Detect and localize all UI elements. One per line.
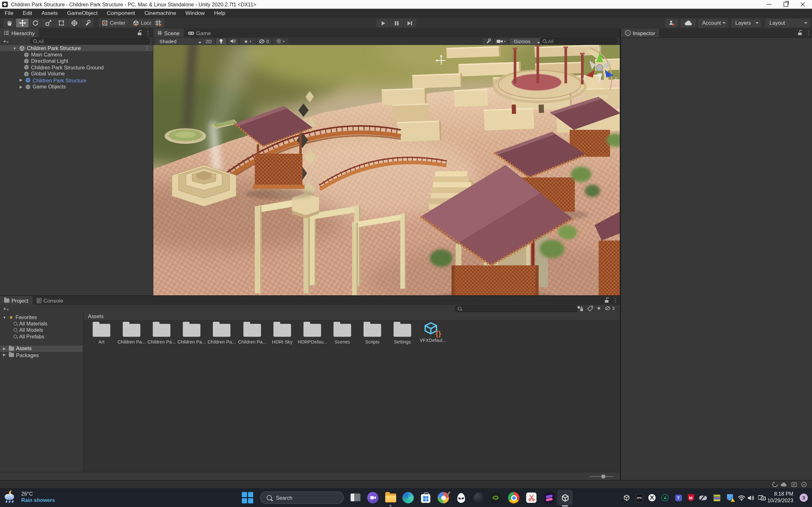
collab-services-icon[interactable] bbox=[665, 19, 678, 27]
hierarchy-item-global-volume[interactable]: Global Volume bbox=[0, 71, 153, 77]
menu-window[interactable]: Window bbox=[181, 9, 209, 18]
paint-icon[interactable] bbox=[437, 492, 450, 504]
project-hidden-toggle[interactable]: 3 bbox=[605, 306, 615, 311]
wifi-tray-icon[interactable] bbox=[738, 494, 746, 502]
xbox-tray-icon[interactable] bbox=[648, 494, 656, 502]
video-chat-icon[interactable] bbox=[367, 492, 379, 504]
lock-icon[interactable] bbox=[798, 30, 802, 36]
colorful-grid-tray-icon[interactable] bbox=[713, 494, 721, 502]
favorites-root[interactable]: ▼ ★ Favorites bbox=[0, 314, 83, 320]
tab-project[interactable]: Project bbox=[0, 296, 32, 305]
hierarchy-search-input[interactable]: All bbox=[30, 38, 150, 44]
search-by-label-icon[interactable] bbox=[587, 306, 593, 312]
asset-vfx-default[interactable]: {} VFXDefaul... bbox=[418, 322, 447, 343]
taskbar-search-input[interactable]: Search bbox=[260, 492, 344, 504]
taskbar-clock[interactable]: 8:18 PM 10/29/2023 bbox=[767, 491, 793, 504]
epic-games-tray-icon[interactable]: EPIC bbox=[635, 494, 644, 502]
console-status-icon[interactable] bbox=[792, 482, 797, 487]
shading-mode-dropdown[interactable]: Shaded bbox=[155, 38, 204, 44]
weather-widget[interactable]: 26°C Rain showers bbox=[4, 491, 55, 504]
menu-assets[interactable]: Assets bbox=[37, 9, 62, 18]
scale-tool-button[interactable] bbox=[42, 19, 54, 27]
hand-tool-button[interactable] bbox=[3, 19, 15, 27]
close-button[interactable] bbox=[795, 0, 810, 9]
lock-icon[interactable] bbox=[137, 30, 142, 36]
cloud-button[interactable] bbox=[680, 19, 696, 27]
clipchamp-icon[interactable] bbox=[543, 492, 555, 504]
project-create-button[interactable]: +▾ bbox=[3, 306, 9, 312]
scene-menu-icon[interactable]: ⋮ bbox=[145, 46, 150, 51]
windows-security-tray-icon[interactable] bbox=[726, 494, 734, 502]
transform-tool-button[interactable] bbox=[68, 19, 80, 27]
scene-lighting-toggle[interactable] bbox=[216, 38, 226, 44]
fold-open-icon[interactable]: ▼ bbox=[12, 46, 17, 50]
volume-tray-icon[interactable] bbox=[747, 494, 755, 502]
pivot-mode-button[interactable]: Center bbox=[98, 19, 129, 27]
unity-hub-tray-icon[interactable] bbox=[622, 494, 630, 502]
pause-button[interactable] bbox=[390, 19, 403, 27]
tab-scene[interactable]: Scene bbox=[153, 29, 184, 38]
scene-camera-dropdown[interactable]: ▾ bbox=[495, 38, 508, 44]
grid-snapping-button[interactable] bbox=[151, 19, 165, 27]
fold-closed-icon[interactable]: ▶ bbox=[19, 84, 23, 89]
teams-tray-icon[interactable]: T bbox=[674, 494, 682, 502]
menu-component[interactable]: Component bbox=[102, 9, 140, 18]
mcafee-tray-icon[interactable]: M bbox=[687, 494, 695, 502]
rect-tool-button[interactable] bbox=[55, 19, 67, 27]
edge-icon[interactable] bbox=[402, 492, 414, 504]
inspector-menu-icon[interactable]: ⋮ bbox=[806, 31, 811, 36]
breadcrumb[interactable]: Assets bbox=[84, 313, 620, 321]
project-search-input[interactable] bbox=[455, 305, 578, 312]
folder-hdrp-default[interactable]: HDRPDefau... bbox=[298, 324, 327, 344]
folder-settings[interactable]: Settings bbox=[388, 324, 417, 344]
snipping-tool-icon[interactable] bbox=[525, 492, 538, 504]
hierarchy-item-prefab[interactable]: ▶ Children Park Structure bbox=[0, 77, 153, 83]
update-tray-icon[interactable] bbox=[661, 494, 669, 502]
hierarchy-item-main-camera[interactable]: Main Camera bbox=[0, 51, 153, 58]
hierarchy-menu-icon[interactable]: ⋮ bbox=[146, 31, 151, 36]
chrome-icon[interactable] bbox=[507, 492, 520, 504]
folder-children-park-5[interactable]: Children Pa... bbox=[238, 324, 266, 344]
folder-children-park-4[interactable]: Children Pa... bbox=[207, 324, 236, 344]
layout-dropdown[interactable]: Layout bbox=[765, 19, 810, 27]
progress-icon[interactable] bbox=[772, 482, 778, 487]
fold-closed-icon[interactable]: ▶ bbox=[19, 78, 23, 82]
custom-tools-button[interactable] bbox=[81, 19, 93, 27]
folder-children-park-3[interactable]: Children Pa... bbox=[177, 324, 206, 344]
nvidia-icon[interactable] bbox=[490, 492, 502, 504]
restore-button[interactable] bbox=[778, 0, 793, 9]
project-root-packages[interactable]: ▶ Packages bbox=[0, 352, 83, 358]
hierarchy-create-button[interactable]: +▾ bbox=[3, 38, 9, 45]
search-favorites-icon[interactable]: ★ bbox=[597, 305, 601, 311]
minimize-button[interactable] bbox=[761, 0, 777, 9]
tab-inspector[interactable]: i Inspector bbox=[621, 29, 659, 38]
favorite-all-prefabs[interactable]: All Prefabs bbox=[0, 333, 83, 340]
play-button[interactable] bbox=[376, 19, 390, 27]
folder-art[interactable]: Art bbox=[87, 324, 116, 344]
scene-audio-toggle[interactable] bbox=[228, 38, 238, 44]
slider-knob[interactable] bbox=[601, 474, 606, 478]
cast-tray-icon[interactable] bbox=[758, 494, 766, 502]
tab-hierarchy[interactable]: Hierarchy bbox=[0, 29, 39, 38]
hierarchy-item-directional-light[interactable]: Directional Light bbox=[0, 58, 153, 64]
favorite-all-models[interactable]: All Models bbox=[0, 327, 83, 333]
tab-game[interactable]: Game bbox=[184, 29, 215, 38]
tab-console[interactable]: Console bbox=[32, 296, 67, 305]
hierarchy-item-ground[interactable]: Children Park Structure Ground bbox=[0, 64, 153, 71]
hidden-objects-toggle[interactable]: 0 bbox=[257, 38, 271, 44]
grid-visibility-dropdown[interactable]: ▾ bbox=[273, 38, 288, 44]
move-tool-button[interactable] bbox=[16, 19, 29, 27]
scene-tools-icon[interactable] bbox=[483, 38, 493, 44]
account-dropdown[interactable]: Account bbox=[698, 19, 728, 27]
folder-children-park-1[interactable]: Children Pa... bbox=[117, 324, 146, 344]
onedrive-tray-icon[interactable] bbox=[699, 494, 707, 502]
file-explorer-icon[interactable] bbox=[384, 492, 397, 504]
step-button[interactable] bbox=[403, 19, 416, 27]
alienware-icon[interactable] bbox=[455, 492, 467, 504]
project-root-assets[interactable]: ▶ Assets bbox=[0, 345, 83, 352]
cloud-status-icon[interactable] bbox=[780, 482, 787, 487]
alienware-command-center-icon[interactable] bbox=[472, 492, 485, 504]
lock-icon[interactable] bbox=[604, 297, 609, 303]
layers-dropdown[interactable]: Layers bbox=[731, 19, 761, 27]
folder-scenes[interactable]: Scenes bbox=[328, 324, 357, 344]
